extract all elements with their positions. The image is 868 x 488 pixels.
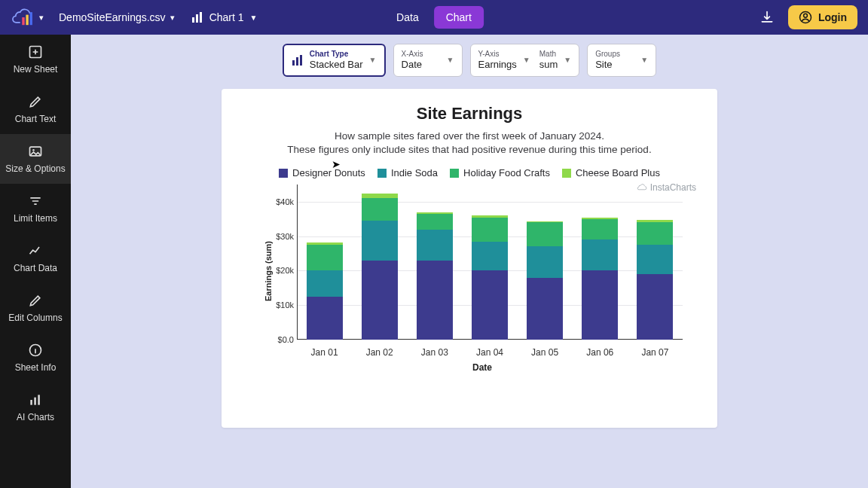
- svg-rect-2: [30, 12, 32, 25]
- bar-column[interactable]: [582, 218, 618, 340]
- bar-segment: [472, 218, 508, 242]
- login-label: Login: [818, 11, 847, 23]
- bar-segment: [362, 221, 398, 261]
- download-icon[interactable]: [760, 10, 775, 25]
- bar-chart-icon: [292, 54, 304, 66]
- x-axis-label: Date: [261, 362, 704, 373]
- config-chart-type[interactable]: Chart Type Stacked Bar ▼: [283, 44, 386, 77]
- bar-column[interactable]: [362, 194, 398, 340]
- line-chart-icon: [28, 243, 43, 258]
- x-tick-label: Jan 01: [307, 347, 343, 358]
- sidebar-label: Sheet Info: [15, 362, 57, 373]
- chart-selector-label: Chart 1: [209, 11, 244, 23]
- bar-segment: [637, 245, 673, 274]
- topbar-right: Login: [760, 5, 857, 29]
- caret-down-icon: ▼: [640, 56, 648, 64]
- sidebar-label: Chart Data: [14, 263, 57, 273]
- bar-segment: [417, 230, 453, 261]
- pencil-icon: [28, 293, 43, 308]
- y-tick-label: $40k: [261, 197, 294, 206]
- caret-down-icon: ▼: [250, 14, 258, 22]
- sidebar-item-chart-data[interactable]: Chart Data: [0, 233, 71, 283]
- bar-column[interactable]: [307, 242, 343, 340]
- chart-config-row: Chart Type Stacked Bar ▼ X-Axis Date ▼ Y…: [71, 35, 868, 77]
- bar-segment: [637, 274, 673, 340]
- sidebar-item-sheet-info[interactable]: Sheet Info: [0, 333, 71, 383]
- svg-rect-12: [30, 400, 32, 405]
- svg-rect-15: [292, 60, 295, 66]
- bar-column[interactable]: [637, 220, 673, 340]
- bar-segment: [472, 242, 508, 271]
- chevron-down-icon: ▾: [170, 13, 175, 23]
- bar-segment: [417, 261, 453, 340]
- config-value: Date: [402, 59, 423, 71]
- chart-selector[interactable]: Chart 1 ▼: [191, 11, 258, 23]
- svg-rect-13: [34, 398, 36, 405]
- bar-column[interactable]: [417, 212, 453, 340]
- legend-swatch: [450, 169, 459, 178]
- image-icon: [28, 144, 43, 159]
- legend-item[interactable]: Cheese Board Plus: [562, 167, 660, 178]
- file-selector[interactable]: DemoSiteEarnings.csv ▾: [59, 11, 175, 23]
- y-tick-label: $20k: [261, 266, 294, 275]
- left-sidebar: New Sheet Chart Text Size & Options Limi…: [0, 35, 71, 488]
- svg-rect-4: [196, 14, 198, 23]
- tab-chart[interactable]: Chart: [434, 6, 484, 29]
- sidebar-item-ai-charts[interactable]: AI Charts: [0, 383, 71, 432]
- caret-down-icon: ▼: [564, 56, 571, 64]
- chevron-down-icon: ▾: [39, 13, 44, 23]
- sidebar-item-size-options[interactable]: Size & Options: [0, 134, 71, 184]
- bar-column[interactable]: [472, 215, 508, 340]
- filter-lines-icon: [28, 194, 43, 209]
- chart-title: Site Earnings: [235, 104, 704, 124]
- y-tick-label: $10k: [261, 300, 294, 310]
- bar-segment: [307, 297, 343, 340]
- bar-segment: [307, 270, 343, 296]
- view-tabs: Data Chart: [384, 6, 484, 29]
- config-label: Y-Axis: [478, 50, 517, 59]
- user-circle-icon: [799, 11, 812, 24]
- config-label: Groups: [595, 50, 620, 59]
- bar-column[interactable]: [527, 221, 563, 340]
- sidebar-item-new-sheet[interactable]: New Sheet: [0, 35, 71, 84]
- legend-label: Designer Donuts: [292, 167, 365, 178]
- x-tick-label: Jan 04: [472, 347, 508, 358]
- sidebar-label: Size & Options: [5, 163, 65, 174]
- config-groups[interactable]: Groups Site ▼: [587, 44, 656, 77]
- sidebar-item-chart-text[interactable]: Chart Text: [0, 84, 71, 134]
- legend-item[interactable]: Holiday Food Crafts: [450, 167, 550, 178]
- bar-chart-icon: [191, 11, 203, 23]
- legend-swatch: [279, 169, 288, 178]
- config-value: sum: [539, 59, 558, 71]
- app-logo[interactable]: ▾: [11, 7, 44, 28]
- config-x-axis[interactable]: X-Axis Date ▼: [393, 44, 463, 77]
- login-button[interactable]: Login: [788, 5, 857, 29]
- config-label: Chart Type: [310, 50, 363, 59]
- legend-item[interactable]: Indie Soda: [377, 167, 438, 178]
- sidebar-item-limit-items[interactable]: Limit Items: [0, 184, 71, 233]
- caret-down-icon: ▼: [369, 56, 377, 64]
- x-tick-label: Jan 02: [362, 347, 398, 358]
- x-tick-label: Jan 06: [582, 347, 618, 358]
- legend-item[interactable]: Designer Donuts: [279, 167, 365, 178]
- bar-segment: [362, 198, 398, 221]
- sidebar-item-edit-columns[interactable]: Edit Columns: [0, 283, 71, 333]
- bar-chart-icon: [28, 392, 43, 407]
- x-tick-label: Jan 07: [637, 347, 673, 358]
- config-label: Math: [539, 50, 558, 59]
- plus-square-icon: [28, 44, 43, 59]
- svg-rect-3: [192, 17, 194, 23]
- legend-swatch: [377, 169, 387, 178]
- tab-data[interactable]: Data: [384, 6, 431, 29]
- bar-segment: [417, 214, 453, 230]
- legend-label: Cheese Board Plus: [576, 167, 660, 178]
- config-y-axis[interactable]: Y-Axis Earnings ▼ Math sum ▼: [470, 44, 580, 77]
- x-ticks: Jan 01Jan 02Jan 03Jan 04Jan 05Jan 06Jan …: [297, 347, 683, 358]
- legend-swatch: [562, 169, 571, 178]
- bar-segment: [582, 219, 618, 239]
- work-area: Chart Type Stacked Bar ▼ X-Axis Date ▼ Y…: [71, 35, 868, 488]
- bar-segment: [472, 270, 508, 340]
- chart-legend: Designer DonutsIndie SodaHoliday Food Cr…: [235, 167, 704, 178]
- svg-rect-1: [26, 15, 28, 26]
- svg-rect-16: [296, 57, 298, 66]
